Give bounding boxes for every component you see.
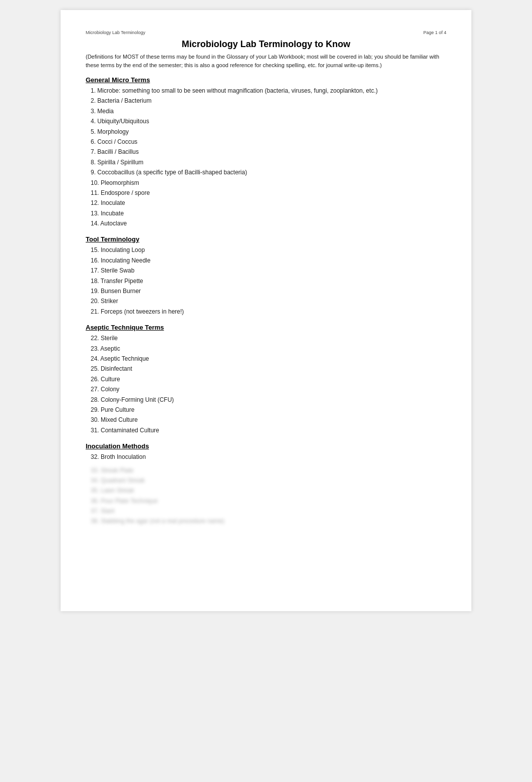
list-item: 35. Lawn Streak xyxy=(86,485,446,495)
sections-container: General Micro Terms1. Microbe: something… xyxy=(86,76,446,527)
list-item: 30. Mixed Culture xyxy=(86,415,446,425)
list-item: 13. Incubate xyxy=(86,208,446,218)
list-item: 14. Autoclave xyxy=(86,218,446,228)
list-item: 5. Morphology xyxy=(86,127,446,137)
header-left: Microbiology Lab Terminology xyxy=(86,30,145,35)
list-item: 15. Inoculating Loop xyxy=(86,245,446,255)
list-item: 18. Transfer Pipette xyxy=(86,276,446,286)
list-item: 11. Endospore / spore xyxy=(86,188,446,198)
list-item: 8. Spirilla / Spirillum xyxy=(86,157,446,167)
list-item: 36. Pour Plate Technique xyxy=(86,496,446,506)
list-item: 27. Colony xyxy=(86,384,446,394)
list-item: 2. Bacteria / Bacterium xyxy=(86,96,446,106)
list-item: 25. Disinfectant xyxy=(86,364,446,374)
blurred-content: 33. Streak Plate34. Quadrant Streak35. L… xyxy=(86,465,446,527)
list-item: 20. Striker xyxy=(86,296,446,306)
list-item: 37. Slant xyxy=(86,506,446,516)
list-item: 38. Stabbing the agar (not a real proced… xyxy=(86,516,446,526)
section-heading-2: Aseptic Technique Terms xyxy=(86,324,446,331)
blurred-term-list: 33. Streak Plate34. Quadrant Streak35. L… xyxy=(86,465,446,527)
list-item: 10. Pleomorphism xyxy=(86,178,446,188)
list-item: 26. Culture xyxy=(86,374,446,384)
list-item: 31. Contaminated Culture xyxy=(86,425,446,435)
list-item: 3. Media xyxy=(86,106,446,116)
list-item: 34. Quadrant Streak xyxy=(86,475,446,485)
list-item: 23. Aseptic xyxy=(86,344,446,354)
list-item: 17. Sterile Swab xyxy=(86,266,446,276)
list-item: 29. Pure Culture xyxy=(86,405,446,415)
term-list-2: 22. Sterile23. Aseptic24. Aseptic Techni… xyxy=(86,333,446,435)
list-item: 9. Coccobacillus (a specific type of Bac… xyxy=(86,167,446,177)
header-right: Page 1 of 4 xyxy=(423,30,446,35)
page-title: Microbiology Lab Terminology to Know xyxy=(86,39,446,50)
intro-text: (Definitions for MOST of these terms may… xyxy=(86,53,446,69)
section-heading-3: Inoculation Methods xyxy=(86,442,446,450)
list-item: 7. Bacilli / Bacillus xyxy=(86,147,446,157)
list-item: 19. Bunsen Burner xyxy=(86,286,446,296)
list-item: 12. Inoculate xyxy=(86,198,446,208)
list-item: 21. Forceps (not tweezers in here!) xyxy=(86,307,446,317)
section-heading-0: General Micro Terms xyxy=(86,76,446,84)
document-page: Microbiology Lab Terminology Page 1 of 4… xyxy=(61,10,471,611)
list-item: 6. Cocci / Coccus xyxy=(86,137,446,147)
term-list-0: 1. Microbe: something too small to be se… xyxy=(86,86,446,228)
list-item: 1. Microbe: something too small to be se… xyxy=(86,86,446,96)
list-item: 24. Aseptic Technique xyxy=(86,354,446,364)
list-item: 28. Colony-Forming Unit (CFU) xyxy=(86,395,446,405)
term-list-1: 15. Inoculating Loop16. Inoculating Need… xyxy=(86,245,446,317)
list-item: 33. Streak Plate xyxy=(86,465,446,475)
document-header: Microbiology Lab Terminology Page 1 of 4 xyxy=(86,30,446,35)
list-item: 22. Sterile xyxy=(86,333,446,343)
list-item: 16. Inoculating Needle xyxy=(86,255,446,266)
list-item: 32. Broth Inoculation xyxy=(86,452,446,462)
list-item: 4. Ubiquity/Ubiquitous xyxy=(86,116,446,126)
section-heading-1: Tool Terminology xyxy=(86,235,446,243)
term-list-3: 32. Broth Inoculation xyxy=(86,452,446,462)
